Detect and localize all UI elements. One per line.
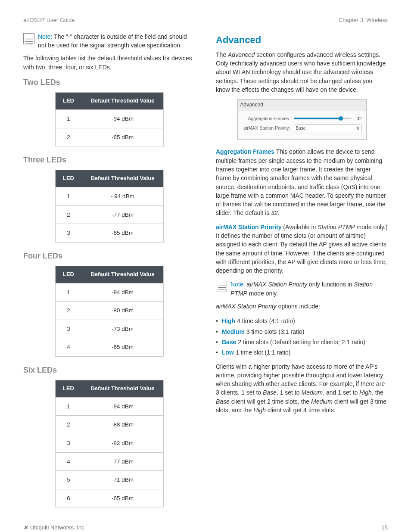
priority-select[interactable]: Base ⇅ <box>294 124 362 133</box>
header-right: Chapter 3: Wireless <box>339 16 388 25</box>
screenshot-label: airMAX Station Priority: <box>242 125 294 131</box>
chevron-down-icon: ⇅ <box>356 126 360 131</box>
closing-paragraph: Clients with a higher priority have acce… <box>216 362 388 415</box>
page-number: 15 <box>382 524 388 532</box>
list-item: Medium 3 time slots (3:1 ratio) <box>216 327 388 337</box>
aggregation-slider[interactable] <box>294 118 352 119</box>
screenshot-row-priority: airMAX Station Priority: Base ⇅ <box>242 124 362 133</box>
list-item: Low 1 time slot (1:1 ratio) <box>216 347 388 358</box>
table-row: 2-77 dBm <box>55 205 163 224</box>
table-row: 4-65 dBm <box>55 338 163 357</box>
note-icon <box>216 281 227 292</box>
table-row: 1-94 dBm <box>55 109 163 128</box>
three-leds-table: LED Default Threshold Value 1- 94 dBm 2-… <box>55 170 164 243</box>
th-val: Default Threshold Value <box>82 380 163 398</box>
six-leds-heading: Six LEDs <box>23 364 195 376</box>
four-leds-heading: Four LEDs <box>23 250 195 261</box>
table-row: 3-73 dBm <box>55 320 163 338</box>
footer-company: ✕Ubiquiti Networks, Inc. <box>23 524 86 532</box>
screenshot-title: Advanced <box>238 100 366 111</box>
table-row: 1-94 dBm <box>55 283 163 302</box>
two-leds-table: LED Default Threshold Value 1-94 dBm 2-6… <box>55 92 164 146</box>
table-row: 1- 94 dBm <box>55 187 163 206</box>
th-val: Default Threshold Value <box>82 93 163 110</box>
th-val: Default Threshold Value <box>82 266 163 283</box>
left-column: Note: The "-" character is outside of th… <box>23 32 195 515</box>
note-block-1: Note: The "-" character is outside of th… <box>23 32 195 50</box>
th-led: LED <box>55 266 82 283</box>
six-leds-table: LED Default Threshold Value 1-94 dBm 2-8… <box>55 380 164 507</box>
th-led: LED <box>55 380 82 398</box>
table-row: 5-71 dBm <box>55 471 163 489</box>
three-leds-heading: Three LEDs <box>23 154 195 165</box>
aggregation-paragraph: Aggregation Frames This option allows th… <box>216 147 388 217</box>
screenshot-label: Aggregation Frames: <box>242 115 294 122</box>
advanced-heading: Advanced <box>216 33 388 47</box>
note-text: The "-" character is outside of the fiel… <box>38 33 187 49</box>
header-left: airOS®7 User Guide <box>23 16 75 25</box>
table-row: 3-65 dBm <box>55 224 163 243</box>
page-header: airOS®7 User Guide Chapter 3: Wireless <box>23 16 388 25</box>
note-label: Note: <box>230 281 245 288</box>
list-item: Base 2 time slots (Default setting for c… <box>216 337 388 347</box>
right-column: Advanced The Advanced section configures… <box>216 32 388 515</box>
table-row: 2-65 dBm <box>55 128 163 146</box>
note-icon <box>23 33 34 44</box>
four-leds-table: LED Default Threshold Value 1-94 dBm 2-8… <box>55 266 164 357</box>
note-label: Note: <box>38 33 52 40</box>
table-row: 6-65 dBm <box>55 489 163 507</box>
th-led: LED <box>55 93 82 110</box>
advanced-intro: The Advanced section configures advanced… <box>216 50 388 94</box>
table-row: 3-82 dBm <box>55 434 163 452</box>
two-leds-heading: Two LEDs <box>23 77 195 88</box>
ubiquiti-logo-icon: ✕ <box>23 524 28 532</box>
advanced-screenshot: Advanced Aggregation Frames: 32 airMAX S… <box>237 99 367 140</box>
list-item: High 4 time slots (4:1 ratio) <box>216 316 388 326</box>
th-led: LED <box>55 170 82 187</box>
page-footer: ✕Ubiquiti Networks, Inc. 15 <box>23 515 388 532</box>
table-row: 2-80 dBm <box>55 302 163 320</box>
table-row: 2-88 dBm <box>55 416 163 434</box>
note-block-2: Note: airMAX Station Priority only funct… <box>216 280 388 298</box>
options-intro: airMAX Station Priority options include: <box>216 302 388 311</box>
term-aggregation: Aggregation Frames <box>216 148 274 155</box>
screenshot-row-aggregation: Aggregation Frames: 32 <box>242 115 362 122</box>
intro-paragraph: The following tables list the default th… <box>23 54 195 72</box>
priority-options-list: High 4 time slots (4:1 ratio) Medium 3 t… <box>216 316 388 358</box>
table-row: 1-94 dBm <box>55 397 163 416</box>
priority-paragraph: airMAX Station Priority (Available in St… <box>216 223 388 275</box>
term-priority: airMAX Station Priority <box>216 224 281 230</box>
aggregation-value: 32 <box>352 115 362 122</box>
th-val: Default Threshold Value <box>82 170 163 187</box>
table-row: 4-77 dBm <box>55 452 163 471</box>
